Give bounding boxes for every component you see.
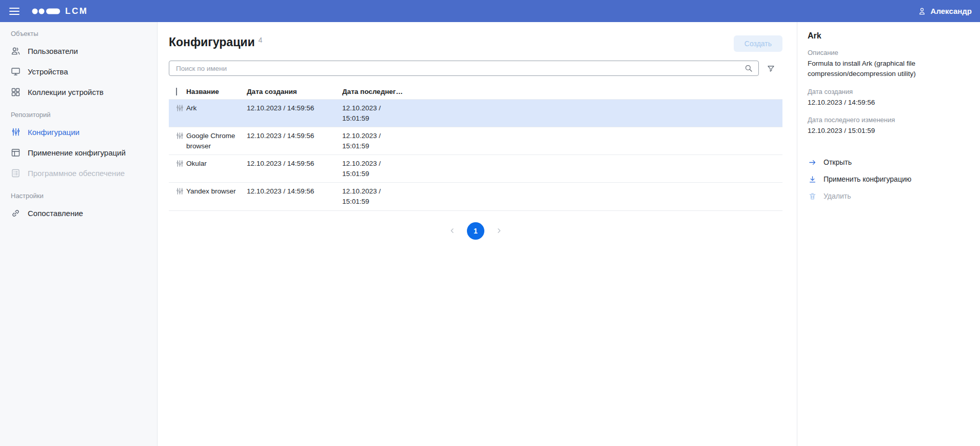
logo-mark-icon bbox=[32, 8, 61, 15]
column-header-name[interactable]: Название bbox=[186, 88, 242, 95]
details-title: Ark bbox=[808, 31, 970, 41]
apply-configurations-icon bbox=[10, 147, 21, 158]
open-action-label: Открыть bbox=[824, 158, 852, 166]
description-label: Описание bbox=[808, 49, 970, 56]
table-row[interactable]: Okular 12.10.2023 / 14:59:56 12.10.2023 … bbox=[169, 155, 782, 183]
sidebar-item-configurations[interactable]: Конфигурации bbox=[0, 122, 157, 142]
delete-action[interactable]: Удалить bbox=[808, 191, 970, 201]
row-modified: 12.10.2023 / 15:01:59 bbox=[338, 186, 389, 206]
create-button[interactable]: Создать bbox=[734, 35, 782, 52]
created-label: Дата создания bbox=[808, 88, 970, 95]
hamburger-menu-icon[interactable] bbox=[9, 7, 19, 15]
sidebar-item-device-collections[interactable]: Коллекции устройств bbox=[0, 82, 157, 102]
sidebar-section-settings: Настройки bbox=[11, 191, 157, 201]
row-created: 12.10.2023 / 14:59:56 bbox=[242, 159, 338, 169]
configurations-table: Название Дата создания Дата последнег… A… bbox=[169, 84, 782, 211]
sidebar-item-label: Применение конфигураций bbox=[28, 148, 126, 157]
sidebar-item-mapping[interactable]: Сопоставление bbox=[0, 203, 157, 223]
details-actions: Открыть Применить конфигурацию Удалить bbox=[808, 158, 970, 201]
table-row[interactable]: Yandex browser 12.10.2023 / 14:59:56 12.… bbox=[169, 183, 782, 210]
column-header-modified[interactable]: Дата последнег… bbox=[338, 88, 782, 95]
table-row[interactable]: Ark 12.10.2023 / 14:59:56 12.10.2023 / 1… bbox=[169, 100, 782, 127]
column-header-created[interactable]: Дата создания bbox=[242, 88, 338, 95]
row-name: Ark bbox=[186, 103, 242, 113]
select-all-checkbox[interactable] bbox=[176, 88, 177, 95]
sidebar-item-label: Устройства bbox=[28, 67, 68, 76]
configuration-row-icon bbox=[175, 187, 186, 196]
arrow-right-icon bbox=[808, 158, 817, 167]
user-icon bbox=[917, 7, 927, 16]
open-action[interactable]: Открыть bbox=[808, 158, 970, 167]
sidebar-item-users[interactable]: Пользователи bbox=[0, 41, 157, 61]
sidebar-section-repository: Репозиторий bbox=[11, 110, 157, 120]
apply-configuration-action-label: Применить конфигурацию bbox=[824, 175, 911, 183]
modified-label: Дата последнего изменения bbox=[808, 116, 970, 124]
description-value: Formula to install Ark (graphical file c… bbox=[808, 59, 970, 80]
chevron-right-icon bbox=[495, 227, 503, 235]
link-icon bbox=[10, 208, 21, 219]
table-header-row: Название Дата создания Дата последнег… bbox=[169, 84, 782, 100]
configurations-icon bbox=[10, 127, 21, 138]
details-panel: Ark Описание Formula to install Ark (gra… bbox=[797, 22, 980, 446]
page-number-button[interactable]: 1 bbox=[467, 222, 484, 240]
collections-icon bbox=[10, 87, 21, 98]
sidebar-item-software[interactable]: Программное обеспечение bbox=[0, 163, 157, 183]
user-name: Александр bbox=[931, 7, 972, 15]
next-page-button[interactable] bbox=[495, 227, 503, 235]
row-modified: 12.10.2023 / 15:01:59 bbox=[338, 159, 389, 179]
row-modified: 12.10.2023 / 15:01:59 bbox=[338, 103, 389, 123]
row-name: Okular bbox=[186, 159, 242, 169]
download-icon bbox=[808, 174, 817, 184]
row-modified: 12.10.2023 / 15:01:59 bbox=[338, 131, 389, 151]
page-title: Конфигурации bbox=[169, 35, 255, 49]
sidebar-item-label: Коллекции устройств bbox=[28, 88, 104, 96]
chevron-left-icon bbox=[448, 227, 456, 235]
table-row[interactable]: Google Chrome browser 12.10.2023 / 14:59… bbox=[169, 127, 782, 155]
configuration-row-icon bbox=[175, 104, 186, 112]
row-created: 12.10.2023 / 14:59:56 bbox=[242, 103, 338, 113]
filter-button[interactable] bbox=[759, 64, 782, 73]
sidebar-item-label: Пользователи bbox=[28, 47, 78, 55]
configuration-row-icon bbox=[175, 131, 186, 140]
user-menu[interactable]: Александр bbox=[917, 7, 972, 16]
device-icon bbox=[10, 66, 21, 77]
row-created: 12.10.2023 / 14:59:56 bbox=[242, 131, 338, 141]
row-name: Yandex browser bbox=[186, 186, 242, 197]
pagination: 1 bbox=[169, 222, 782, 240]
row-name: Google Chrome browser bbox=[186, 131, 242, 151]
sidebar-item-devices[interactable]: Устройства bbox=[0, 61, 157, 82]
top-bar: LCM Александр bbox=[0, 0, 980, 22]
sidebar-item-label: Сопоставление bbox=[28, 209, 83, 218]
row-created: 12.10.2023 / 14:59:56 bbox=[242, 186, 338, 197]
filter-icon bbox=[767, 64, 775, 73]
main-content: Конфигурации 4 Создать Название bbox=[158, 22, 797, 446]
search-icon[interactable] bbox=[744, 64, 753, 73]
sidebar-section-objects: Объекты bbox=[11, 29, 157, 38]
sidebar: Объекты Пользователи bbox=[0, 22, 158, 446]
software-icon bbox=[10, 168, 21, 179]
search-box bbox=[169, 61, 759, 76]
sidebar-item-apply-configurations[interactable]: Применение конфигураций bbox=[0, 142, 157, 163]
search-input[interactable] bbox=[175, 64, 744, 73]
logo-text: LCM bbox=[65, 6, 88, 16]
configuration-row-icon bbox=[175, 159, 186, 168]
app-logo: LCM bbox=[32, 6, 88, 16]
users-icon bbox=[10, 46, 21, 56]
modified-value: 12.10.2023 / 15:01:59 bbox=[808, 126, 970, 136]
item-count-badge: 4 bbox=[259, 36, 263, 44]
created-value: 12.10.2023 / 14:59:56 bbox=[808, 98, 970, 108]
previous-page-button[interactable] bbox=[448, 227, 456, 235]
sidebar-item-label: Конфигурации bbox=[28, 128, 80, 137]
delete-action-label: Удалить bbox=[824, 192, 851, 200]
apply-configuration-action[interactable]: Применить конфигурацию bbox=[808, 174, 970, 184]
trash-icon bbox=[808, 191, 817, 201]
sidebar-item-label: Программное обеспечение bbox=[28, 169, 125, 178]
